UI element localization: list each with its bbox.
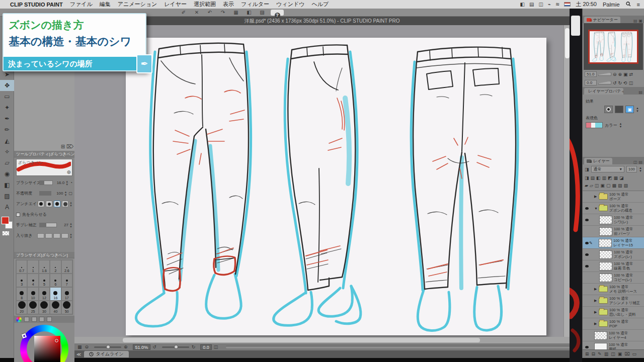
menu-file[interactable]: ファイル <box>70 1 93 8</box>
visibility-eye-icon[interactable] <box>584 345 589 349</box>
selection-tool-icon[interactable]: ▭ <box>0 91 14 102</box>
nav-reset-icon[interactable]: ⟲ <box>623 80 627 85</box>
stabilize-slider[interactable] <box>39 223 57 227</box>
tool-property-header[interactable]: ツールプロパティ[ざらつきペン] <box>14 151 74 157</box>
layer-ruler-icon[interactable]: ◪ <box>619 175 624 180</box>
menu-selection[interactable]: 選択範囲 <box>194 1 216 8</box>
brush-size-dynamics-icon[interactable]: ◔ <box>70 180 72 185</box>
brush-size-cell[interactable]: 17 <box>61 287 72 301</box>
opacity-stepper[interactable]: ▲▼ <box>639 166 642 172</box>
pen-tool-icon[interactable]: ✒ <box>0 113 14 124</box>
redo-icon[interactable]: ↷ <box>218 10 227 16</box>
layer-row[interactable]: ▶ 100 % 通常アシンメトリ補正 <box>583 295 644 307</box>
navigator-rotate-value[interactable]: 0.0 <box>585 80 597 85</box>
folder-caret-icon[interactable]: ▶ <box>594 195 599 199</box>
footer-transfer-icon[interactable]: ▥ <box>604 351 609 356</box>
opacity-value[interactable]: 100 <box>53 191 63 196</box>
layer-draft-icon[interactable]: ◩ <box>608 175 612 180</box>
layer-row[interactable]: ▶ 100 % 通常POP <box>583 318 644 330</box>
expression-color-swatch[interactable] <box>586 122 603 128</box>
antialias-stepper[interactable]: ▲▼ <box>69 201 72 207</box>
menu-layer[interactable]: レイヤー <box>164 1 187 8</box>
expression-color-value[interactable]: カラー <box>605 123 617 128</box>
antialias-weak[interactable] <box>46 201 52 207</box>
brush-size-cell-selected[interactable]: 16 <box>50 287 61 301</box>
new-folder-icon[interactable]: ◫ <box>595 183 599 188</box>
add-subtool-icon[interactable]: ⊞ <box>61 144 65 149</box>
layer-menu-icon[interactable]: ▤ <box>638 160 642 164</box>
layer-opacity-value[interactable]: 100 <box>626 166 637 172</box>
footer-mask-icon[interactable]: ▣ <box>618 351 622 356</box>
document-title-bar[interactable]: 洋服.psd* (2436 x 1736px 350dpi 51.0%) - C… <box>74 17 570 25</box>
layer-row[interactable]: ▶ 100 % 通常思い出し・資料 <box>583 307 644 318</box>
color-slider-tab-icon[interactable] <box>24 317 29 322</box>
navigator-zoom-slider[interactable] <box>598 72 611 76</box>
transparent-color-swatch[interactable] <box>2 231 10 236</box>
preview-magnifier-icon[interactable]: ⊕ <box>67 169 71 175</box>
border-effect-icon[interactable] <box>604 106 613 113</box>
undo-icon[interactable]: ↶ <box>205 10 214 16</box>
move-tool-icon[interactable]: ✥ <box>0 80 14 91</box>
visibility-eye-icon[interactable] <box>584 218 589 222</box>
fill-icon[interactable]: ◧ <box>245 10 254 16</box>
grid-icon[interactable]: ▨ <box>258 10 267 16</box>
zoom-value[interactable]: 51.0% <box>133 344 151 350</box>
brush-size-cell[interactable]: 8 <box>16 287 27 301</box>
stabilize-stepper[interactable]: ▲▼ <box>69 222 72 228</box>
brush-size-panel-header[interactable]: ブラシサイズ[ざらつきペン] <box>14 252 74 258</box>
opacity-dynamics-icon[interactable]: ▢ <box>68 191 72 196</box>
layer-row[interactable]: 100 % 通常用紙 <box>583 341 644 349</box>
brush-size-stepper[interactable]: ▲▼ <box>65 180 68 186</box>
menu-clock[interactable]: 土 20:50 <box>576 1 597 8</box>
brush-size-value[interactable]: 16.0 <box>54 180 64 185</box>
opacity-slider[interactable] <box>39 191 51 196</box>
menu-animation[interactable]: アニメーション <box>118 1 157 8</box>
brush-tool-icon[interactable]: ◭ <box>0 135 14 146</box>
brush-size-cell[interactable]: 0.7 <box>16 260 27 274</box>
app-menu-title[interactable]: CLIP STUDIO PAINT <box>10 2 63 8</box>
menu-edit[interactable]: 編集 <box>100 1 111 8</box>
layer-property-tab[interactable]: レイヤープロパティ <box>584 88 623 95</box>
brush-size-cell[interactable]: 1 <box>27 260 38 274</box>
nav-flip-icon[interactable]: ⇄ <box>629 72 633 77</box>
apply-mask-icon[interactable]: ▨ <box>618 183 622 188</box>
horizontal-scrollbar[interactable] <box>74 337 570 343</box>
inout-option[interactable] <box>53 233 60 238</box>
input-source-flag-icon[interactable] <box>564 2 571 7</box>
layer-reference-icon[interactable]: ▥ <box>602 175 607 180</box>
color-history-tab-icon[interactable] <box>39 317 44 322</box>
layer-row[interactable]: 100 % 通常前 パーツ <box>583 226 644 237</box>
layer-row[interactable]: ▶ 100 % 通常メモ 説明ベース <box>583 284 644 295</box>
layer-color-effect-icon[interactable]: ▣ <box>625 106 634 113</box>
nav-mirror-icon[interactable]: ◫ <box>629 80 633 85</box>
inout-option[interactable] <box>61 233 68 238</box>
delete-subtool-icon[interactable]: ⌦ <box>66 144 73 149</box>
navigator-preview-area[interactable] <box>584 23 643 70</box>
navigator-view-frame[interactable] <box>588 30 638 64</box>
sv-picker[interactable] <box>55 339 58 342</box>
status-icon-2[interactable]: ▤ <box>529 2 534 7</box>
visibility-eye-icon[interactable] <box>584 206 589 211</box>
antialias-strong[interactable] <box>62 201 68 207</box>
inout-option[interactable] <box>45 233 52 238</box>
taper-checkbox[interactable] <box>16 213 20 217</box>
gradient-tool-icon[interactable]: ▨ <box>0 191 14 202</box>
vertical-scroll-thumb[interactable] <box>565 28 570 58</box>
folder-caret-icon[interactable]: ▶ <box>594 310 599 314</box>
tool-preview[interactable]: ざらつきペン ⊕ <box>16 159 72 176</box>
merge-layer-icon[interactable]: ▢ <box>606 183 611 188</box>
rotate-left-icon[interactable]: ↺ <box>152 344 156 349</box>
menu-window[interactable]: ウィンドウ <box>276 1 304 8</box>
rotate-slider[interactable] <box>162 346 189 348</box>
footer-merge-icon[interactable]: ◫ <box>611 351 615 356</box>
brush-size-cell[interactable]: 2 <box>50 260 61 274</box>
layer-row[interactable]: 100 % 通常レイヤー4 <box>583 330 644 341</box>
blend-mode-select[interactable]: 通常▾ <box>591 166 624 172</box>
transfer-layer-icon[interactable]: ▣ <box>600 183 605 188</box>
color-wheel-tab-icon[interactable] <box>16 317 22 322</box>
folder-caret-icon[interactable]: ▶ <box>594 322 599 326</box>
brush-size-cell[interactable]: 20 <box>16 301 27 314</box>
stabilize-value[interactable]: 27 <box>58 223 68 227</box>
brush-size-cell[interactable]: 12 <box>39 287 50 301</box>
brush-size-cell[interactable]: 5 <box>39 274 50 287</box>
